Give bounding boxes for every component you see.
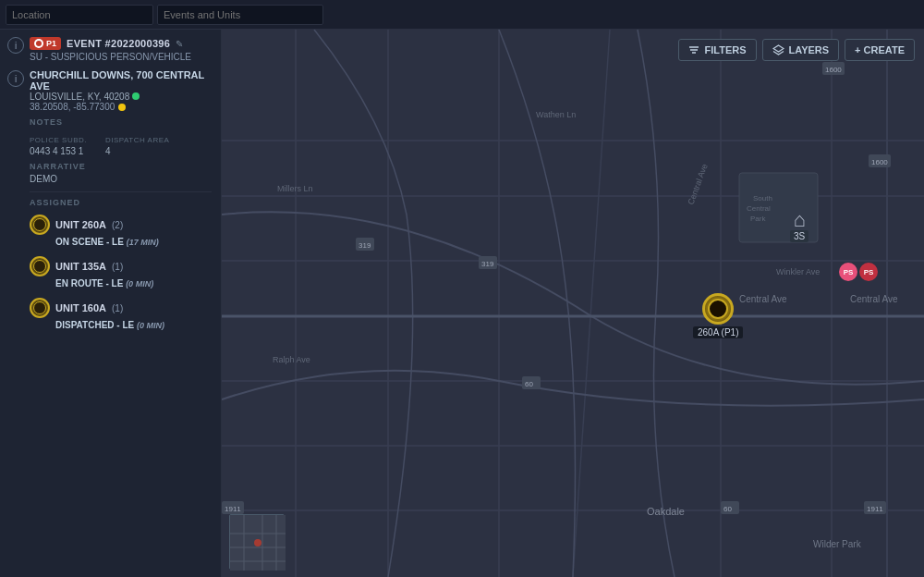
sidebar-content: P1 EVENT #2022000396 ✎ SU - SUSPICIOUS P…: [0, 30, 221, 347]
events-units-input[interactable]: [157, 5, 323, 25]
layers-icon: [772, 44, 784, 55]
unit-status-2: DISPATCHED - LE (0 MIN): [30, 320, 212, 330]
park-label: South: [753, 194, 772, 203]
location-input[interactable]: [6, 5, 153, 25]
svg-text:Central: Central: [747, 204, 771, 213]
filter-icon: [688, 44, 699, 55]
unit-row-0: UNIT 260A (2): [30, 215, 212, 235]
millers-ln-label: Millers Ln: [277, 184, 313, 193]
event-subtitle: SU - SUSPICIOUS PERSON/VEHICLE: [30, 52, 212, 62]
unit-icon-1: [30, 256, 50, 276]
unit-block-1: UNIT 135A (1) EN ROUTE - LE (0 MIN): [30, 256, 212, 288]
winkler-ave-label: Winkler Ave: [776, 267, 820, 276]
green-dot: [132, 92, 140, 100]
event-badge-label: P1: [46, 39, 56, 48]
ps-marker-1: PS: [839, 263, 857, 281]
central-ave-label: Central Ave: [739, 294, 787, 304]
unit-status-1: EN ROUTE - LE (0 MIN): [30, 278, 212, 288]
house-icon: ⌂: [793, 210, 805, 230]
wathen-ln-label: Wathen Ln: [536, 110, 576, 119]
unit-row-1: UNIT 135A (1): [30, 256, 212, 276]
oakdale-label: Oakdale: [647, 506, 685, 517]
house-label: 3S: [790, 230, 808, 242]
location-block: CHURCHILL DOWNS, 700 CENTRAL AVE LOUISVI…: [30, 69, 212, 112]
unit-name-2[interactable]: UNIT 160A: [55, 302, 106, 313]
mini-map[interactable]: [229, 514, 285, 570]
map-svg: Millers Ln Wathen Ln Central Ave Central…: [222, 30, 924, 577]
location-name: CHURCHILL DOWNS, 700 CENTRAL AVE: [30, 69, 212, 92]
police-grid: POLICE SUBD. 0443 4 153 1 DISPATCH AREA …: [30, 129, 212, 156]
unit-marker-icon: [702, 293, 734, 325]
ralph-ave-label: Ralph Ave: [273, 355, 310, 364]
wilder-park-label: Wilder Park: [813, 539, 862, 549]
top-bar: [0, 0, 924, 30]
unit-count-1: (1): [112, 262, 123, 272]
dispatch-area-field: DISPATCH AREA 4: [105, 129, 169, 156]
filters-button[interactable]: FILTERS: [678, 39, 756, 61]
create-button[interactable]: + CREATE: [845, 39, 915, 61]
unit-time-0: (17 MIN): [127, 238, 159, 247]
divider: [30, 191, 212, 192]
central-ave-label2: Central Ave: [850, 294, 898, 304]
narrative-val: DEMO: [30, 174, 212, 184]
svg-point-46: [254, 539, 261, 546]
svg-text:1600: 1600: [871, 158, 888, 166]
map-area[interactable]: Millers Ln Wathen Ln Central Ave Central…: [222, 30, 924, 577]
notes-label: NOTES: [30, 117, 212, 127]
unit-block-2: UNIT 160A (1) DISPATCHED - LE (0 MIN): [30, 298, 212, 330]
svg-text:319: 319: [359, 241, 371, 250]
event-number: EVENT #2022000396: [67, 38, 170, 49]
svg-text:Park: Park: [750, 215, 766, 223]
badge-icon: [34, 39, 43, 48]
info-button-1[interactable]: i: [7, 37, 24, 54]
svg-text:1600: 1600: [825, 66, 842, 74]
unit-status-0: ON SCENE - LE (17 MIN): [30, 237, 212, 247]
house-marker: ⌂ 3S: [790, 210, 808, 242]
layers-button[interactable]: LAYERS: [762, 39, 840, 61]
svg-marker-38: [773, 45, 784, 52]
event-header: P1 EVENT #2022000396 ✎: [30, 37, 212, 50]
info-button-2[interactable]: i: [7, 70, 24, 87]
yellow-dot: [118, 104, 126, 111]
svg-text:319: 319: [481, 260, 494, 268]
unit-time-2: (0 MIN): [137, 321, 164, 330]
unit-count-2: (1): [112, 303, 123, 313]
narrative-label: NARRATIVE: [30, 162, 212, 171]
dispatch-area-label: DISPATCH AREA: [105, 136, 169, 144]
event-badge: P1: [30, 37, 61, 50]
ps-marker-2: PS: [859, 263, 878, 281]
ps-group: PS PS: [839, 263, 878, 281]
unit-row-2: UNIT 160A (1): [30, 298, 212, 318]
svg-text:1911: 1911: [225, 505, 241, 513]
svg-text:60: 60: [525, 380, 533, 388]
unit-inner-ring-1: [33, 260, 46, 273]
police-subd-val: 0443 4 153 1: [30, 146, 87, 156]
unit-time-1: (0 MIN): [126, 279, 153, 288]
police-subd-label: POLICE SUBD.: [30, 136, 87, 144]
unit-icon-2: [30, 298, 50, 318]
edit-icon[interactable]: ✎: [176, 39, 183, 49]
sidebar: i i P1 EVENT #2022000396 ✎ SU - SUSPICIO…: [0, 30, 222, 577]
unit-marker-260a[interactable]: 260A (P1): [693, 293, 743, 338]
unit-count-0: (2): [112, 220, 123, 230]
unit-inner-ring-0: [33, 218, 46, 231]
svg-text:60: 60: [723, 505, 732, 513]
unit-block-0: UNIT 260A (2) ON SCENE - LE (17 MIN): [30, 215, 212, 247]
location-coords: 38.20508, -85.77300: [30, 102, 212, 112]
unit-icon-0: [30, 215, 50, 235]
assigned-label: ASSIGNED: [30, 198, 212, 207]
unit-marker-label: 260A (P1): [693, 326, 743, 338]
unit-marker-inner: [708, 299, 728, 319]
location-city: LOUISVILLE, KY, 40208: [30, 92, 212, 102]
unit-name-1[interactable]: UNIT 135A: [55, 261, 106, 272]
svg-text:1911: 1911: [867, 505, 883, 513]
unit-inner-ring-2: [33, 301, 46, 314]
unit-name-0[interactable]: UNIT 260A: [55, 219, 106, 230]
police-subd-field: POLICE SUBD. 0443 4 153 1: [30, 129, 87, 156]
map-controls: FILTERS LAYERS + CREATE: [678, 39, 915, 61]
main-layout: i i P1 EVENT #2022000396 ✎ SU - SUSPICIO…: [0, 30, 924, 577]
dispatch-area-val: 4: [105, 146, 169, 156]
